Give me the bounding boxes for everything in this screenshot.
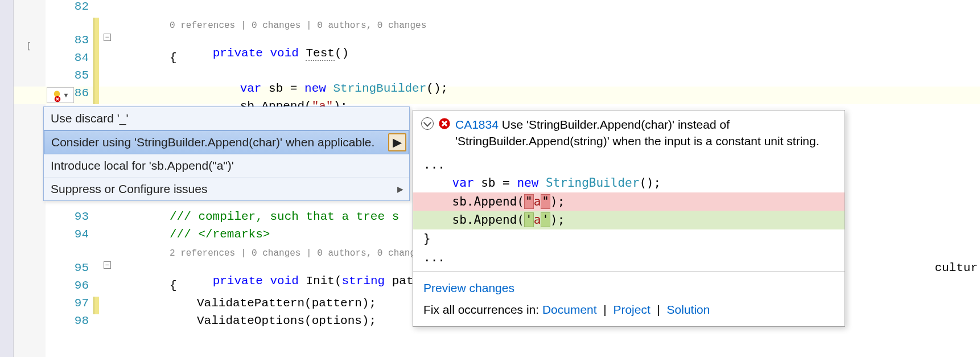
preview-changes-link[interactable]: Preview changes — [423, 281, 514, 294]
fix-document-link[interactable]: Document — [542, 303, 597, 316]
collapse-toggle-icon[interactable] — [421, 117, 434, 130]
menu-item-introduce-local[interactable]: Introduce local for 'sb.Append("a")' — [44, 154, 409, 178]
error-icon — [438, 117, 451, 130]
menu-item-append-char[interactable]: Consider using 'StringBuilder.Append(cha… — [44, 130, 409, 154]
editor-left-strip — [0, 0, 14, 357]
line-number: 97 — [14, 297, 93, 310]
fix-all-label: Fix all occurrences in: — [423, 303, 542, 316]
codelens[interactable]: 2 references | 0 changes | 0 authors, 0 … — [142, 248, 426, 258]
fix-solution-link[interactable]: Solution — [667, 303, 710, 316]
fix-project-link[interactable]: Project — [613, 303, 650, 316]
menu-item-suppress[interactable]: Suppress or Configure issues ▶ — [44, 178, 409, 200]
line-number: 93 — [14, 210, 93, 223]
line-number: 83 — [14, 34, 93, 47]
error-badge-icon — [54, 96, 61, 102]
menu-item-use-discard[interactable]: Use discard '_' — [44, 107, 409, 130]
submenu-arrow-icon[interactable]: ▶ — [388, 133, 406, 151]
line-number: 84 — [14, 51, 93, 64]
rule-id-link[interactable]: CA1834 — [455, 118, 499, 131]
quick-actions-menu: Use discard '_' Consider using 'StringBu… — [43, 106, 410, 201]
line-number: 82 — [14, 0, 93, 13]
line-number: 95 — [14, 261, 93, 274]
line-number: 94 — [14, 228, 93, 241]
quick-actions-bulb[interactable]: ▼ — [47, 87, 74, 103]
wrapped-text: cultur — [934, 261, 978, 274]
line-number: 98 — [14, 314, 93, 327]
line-number: 96 — [14, 279, 93, 292]
line-number: 85 — [14, 69, 93, 82]
codelens[interactable]: 0 references | 0 changes | 0 authors, 0 … — [142, 20, 426, 31]
fold-toggle[interactable]: − — [104, 34, 111, 41]
diff-preview: ... var sb = new StringBuilder(); sb.App… — [413, 153, 845, 271]
submenu-arrow-icon: ▶ — [397, 184, 403, 194]
fold-toggle[interactable]: − — [104, 261, 111, 269]
code-fix-preview: CA1834 Use 'StringBuilder.Append(char)' … — [413, 110, 845, 327]
diagnostic-text: CA1834 Use 'StringBuilder.Append(char)' … — [455, 116, 837, 150]
